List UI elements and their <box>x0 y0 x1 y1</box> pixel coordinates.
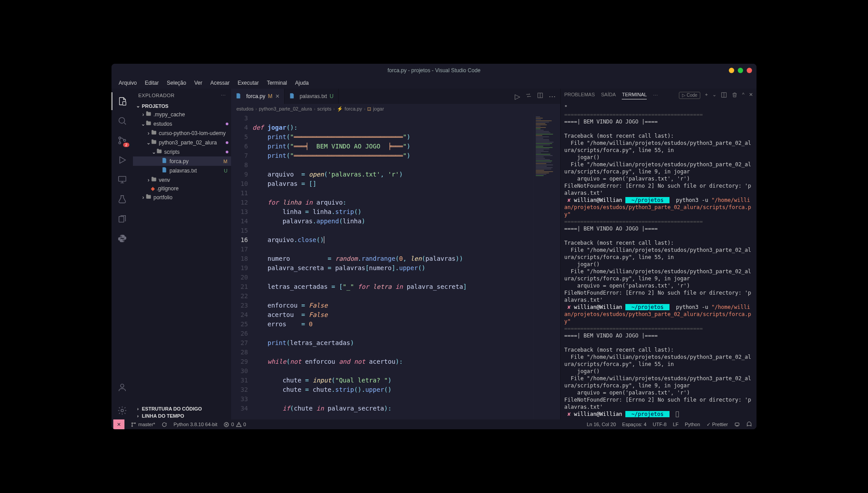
run-icon[interactable]: ▷ <box>515 92 520 101</box>
more-icon[interactable]: ⋯ <box>549 92 556 101</box>
sidebar-header: EXPLORADOR ⋯ <box>133 89 231 102</box>
panel-tabs: PROBLEMAS SAÍDA TERMINAL ⋯ ▷ Code + ⌄ ^ … <box>561 89 756 102</box>
tree-item[interactable]: ⌄python3_parte_02_alura <box>133 138 231 147</box>
tree-item[interactable]: ⌄estudos <box>133 119 231 128</box>
accounts-icon[interactable] <box>112 378 133 396</box>
menu-edit[interactable]: Editar <box>141 79 162 87</box>
split-editor-icon[interactable] <box>537 92 543 100</box>
editor-tab[interactable]: forca.pyM✕ <box>231 89 285 104</box>
tree-item[interactable]: ›curso-python-03-lom-udemy <box>133 128 231 138</box>
problems-status[interactable]: 0 0 <box>223 422 246 427</box>
crumb[interactable]: python3_parte_02_alura <box>259 106 312 111</box>
timeline-label: LINHA DO TEMPO <box>142 413 184 419</box>
crumb[interactable]: estudos <box>236 106 254 111</box>
breadcrumbs[interactable]: estudos› python3_parte_02_alura› scripts… <box>231 104 560 114</box>
run-debug-icon[interactable] <box>112 151 133 169</box>
source-control-icon[interactable]: 2 <box>112 131 133 149</box>
crumb[interactable]: forca.py <box>345 106 362 111</box>
sidebar-title: EXPLORADOR <box>138 93 174 98</box>
menu-help[interactable]: Ajuda <box>292 79 313 87</box>
txt-icon <box>289 93 295 100</box>
more-icon[interactable]: ⋯ <box>653 93 658 99</box>
explorer-icon[interactable] <box>112 92 133 110</box>
menu-file[interactable]: Arquivo <box>115 79 141 87</box>
references-icon[interactable] <box>112 210 133 228</box>
terminal-body[interactable]: " ======================================… <box>561 102 756 419</box>
git-branch[interactable]: master* <box>131 422 155 427</box>
indent-status[interactable]: Espaços: 4 <box>622 422 646 427</box>
txt-icon <box>161 167 168 174</box>
minimap[interactable] <box>533 114 560 419</box>
chevron-icon: › <box>141 111 145 118</box>
sync-icon[interactable] <box>161 422 167 427</box>
menu-selection[interactable]: Seleção <box>163 79 190 87</box>
cursor-position[interactable]: Ln 16, Col 20 <box>587 422 616 427</box>
search-icon[interactable] <box>112 112 133 130</box>
crumb[interactable]: scripts <box>317 106 331 111</box>
remote-explorer-icon[interactable] <box>112 171 133 189</box>
prettier-status[interactable]: ✓ Prettier <box>707 422 728 427</box>
tree-label: scripts <box>164 149 226 155</box>
close-window-button[interactable] <box>747 68 752 73</box>
editor-body[interactable]: 3456789101112131415161718192021222324252… <box>231 114 560 419</box>
outline-section[interactable]: › ESTRUTURA DO CÓDIGO <box>133 405 231 412</box>
svg-point-11 <box>132 423 132 423</box>
changes-icon[interactable] <box>525 92 532 100</box>
python-version[interactable]: Python 3.8.10 64-bit <box>174 422 217 427</box>
vscode-window: forca.py - projetos - Visual Studio Code… <box>112 64 756 429</box>
tree-label: venv <box>159 177 231 183</box>
tab-terminal[interactable]: TERMINAL <box>622 92 647 99</box>
python-env-icon[interactable] <box>112 230 133 247</box>
crumb[interactable]: jogar <box>373 106 384 111</box>
chevron-icon: ⌄ <box>146 140 151 146</box>
notifications-icon[interactable] <box>746 422 752 427</box>
trash-icon[interactable] <box>732 92 738 99</box>
tree-item[interactable]: ›portfolio <box>133 193 231 202</box>
tab-problems[interactable]: PROBLEMAS <box>564 92 595 99</box>
new-terminal-icon[interactable]: + <box>705 92 707 99</box>
py-icon <box>161 157 168 165</box>
language-status[interactable]: Python <box>685 422 700 427</box>
settings-icon[interactable] <box>112 402 133 419</box>
svg-rect-0 <box>123 102 126 105</box>
tree-item[interactable]: ›venv <box>133 175 231 185</box>
testing-icon[interactable] <box>112 190 133 208</box>
tree-item[interactable]: ⌄scripts <box>133 147 231 156</box>
minimize-button[interactable] <box>729 68 734 73</box>
eol-status[interactable]: LF <box>673 422 678 427</box>
svg-point-12 <box>132 425 132 426</box>
menu-view[interactable]: Ver <box>190 79 206 87</box>
chevron-down-icon[interactable]: ⌄ <box>712 92 716 99</box>
code-area[interactable]: def jogar(): print("════════════════════… <box>252 114 533 419</box>
maximize-panel-icon[interactable]: ^ <box>742 92 744 99</box>
timeline-section[interactable]: › LINHA DO TEMPO <box>133 412 231 419</box>
editor-tab[interactable]: palavras.txtU <box>285 89 339 104</box>
close-panel-icon[interactable]: ✕ <box>749 92 753 99</box>
sidebar-more-icon[interactable]: ⋯ <box>221 93 226 99</box>
encoding-status[interactable]: UTF-8 <box>653 422 666 427</box>
maximize-button[interactable] <box>738 68 743 73</box>
tab-label: forca.py <box>246 93 265 99</box>
line-gutter: 3456789101112131415161718192021222324252… <box>231 114 252 419</box>
folder-icon <box>156 148 162 156</box>
tree-item[interactable]: palavras.txtU <box>133 166 231 175</box>
tree-item[interactable]: ›.mypy_cache <box>133 110 231 119</box>
tree-item[interactable]: forca.pyM <box>133 156 231 166</box>
file-tree: ›.mypy_cache⌄estudos›curso-python-03-lom… <box>133 110 231 202</box>
menu-go[interactable]: Acessar <box>207 79 233 87</box>
split-terminal-icon[interactable] <box>721 92 727 99</box>
feedback-icon[interactable] <box>734 422 740 427</box>
menubar: Arquivo Editar Seleção Ver Acessar Execu… <box>112 77 756 89</box>
project-section[interactable]: ⌄ PROJETOS <box>133 102 231 110</box>
modified-dot <box>226 123 228 125</box>
close-tab-icon[interactable]: ✕ <box>275 93 280 99</box>
tab-output[interactable]: SAÍDA <box>601 92 616 99</box>
folder-icon <box>151 176 157 184</box>
menu-run[interactable]: Executar <box>234 79 262 87</box>
tab-label: palavras.txt <box>300 93 327 99</box>
shell-label[interactable]: ▷ Code <box>679 92 701 99</box>
menu-terminal[interactable]: Terminal <box>263 79 290 87</box>
svg-point-7 <box>120 384 124 387</box>
tree-item[interactable]: ◆.gitignore <box>133 185 231 193</box>
remote-indicator[interactable]: ✕ <box>113 419 124 429</box>
